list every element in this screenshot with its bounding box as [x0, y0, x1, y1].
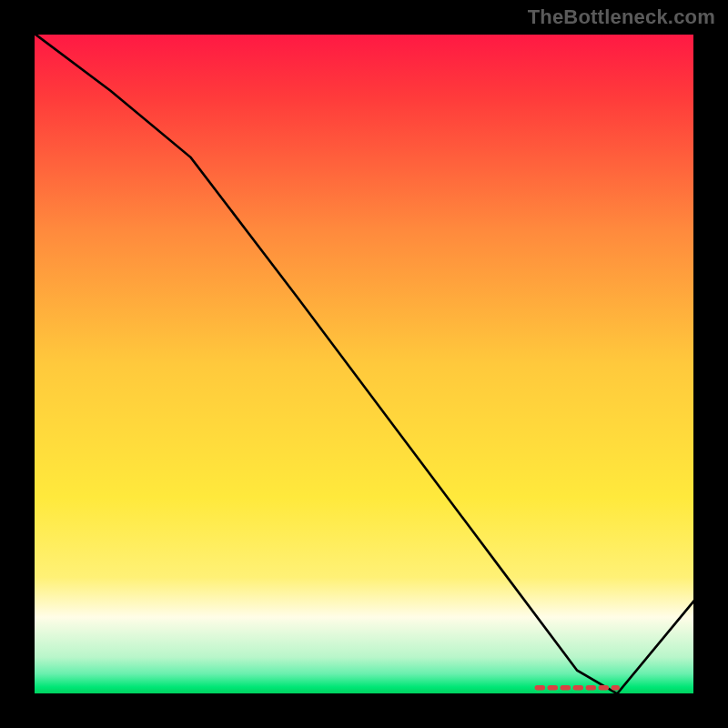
- plot-background: [31, 31, 697, 697]
- chart-svg: [31, 31, 697, 697]
- watermark-text: TheBottleneck.com: [528, 5, 715, 29]
- chart-container: TheBottleneck.com: [0, 0, 728, 728]
